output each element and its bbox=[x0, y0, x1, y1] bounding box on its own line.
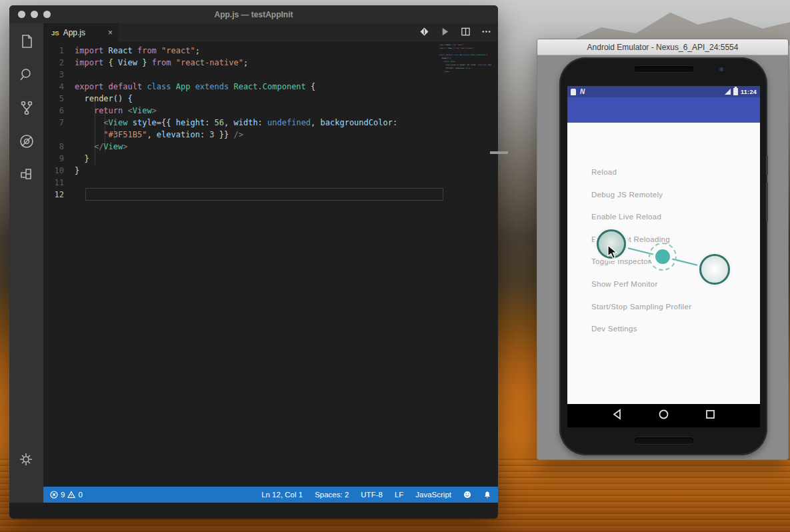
volume-button bbox=[766, 182, 768, 222]
emulator-titlebar[interactable]: Android Emulator - Nexus_6_API_24:5554 bbox=[537, 39, 788, 55]
code-editor[interactable]: 1import React from "react";2import { Vie… bbox=[43, 42, 498, 487]
tab-label: App.js bbox=[63, 28, 104, 37]
error-icon bbox=[50, 491, 58, 499]
code-lines: 1import React from "react";2import { Vie… bbox=[43, 45, 498, 201]
emulator-window: Android Emulator - Nexus_6_API_24:5554 N… bbox=[537, 39, 789, 460]
current-line-highlight bbox=[85, 188, 443, 201]
code-row: 2import { View } from "react-native"; bbox=[43, 57, 498, 69]
language-mode[interactable]: JavaScript bbox=[415, 491, 451, 499]
javascript-file-icon: JS bbox=[51, 29, 59, 37]
problems-warnings[interactable]: 0 bbox=[67, 491, 82, 499]
minimap[interactable]: import React from "react";import { View … bbox=[439, 43, 491, 74]
scrollbar-artifact bbox=[490, 151, 508, 154]
phone-device: N 11:24 Dev SettingsStart/Stop Sampling … bbox=[559, 57, 767, 455]
code-row: } bbox=[439, 73, 491, 74]
tab-appjs[interactable]: JS App.js × bbox=[43, 23, 118, 42]
usb-icon bbox=[571, 89, 576, 95]
status-time: 11:24 bbox=[741, 89, 757, 95]
window-title: App.js — testAppInit bbox=[215, 10, 293, 19]
front-camera bbox=[719, 67, 723, 71]
power-button bbox=[766, 155, 768, 175]
encoding[interactable]: UTF-8 bbox=[361, 491, 383, 499]
signal-icon bbox=[725, 89, 731, 95]
touch-ripple-circle bbox=[699, 254, 730, 285]
emulator-title: Android Emulator - Nexus_6_API_24:5554 bbox=[587, 43, 739, 52]
zoom-window-button[interactable] bbox=[43, 11, 51, 18]
search-icon[interactable] bbox=[18, 66, 35, 83]
dev-menu-item[interactable]: Toggle Inspector bbox=[591, 257, 651, 268]
battery-charging-icon bbox=[733, 88, 738, 95]
run-icon[interactable] bbox=[440, 27, 450, 39]
code-row: 9 } bbox=[43, 153, 498, 165]
notifications-bell-icon[interactable] bbox=[483, 491, 491, 499]
android-status-bar: N 11:24 bbox=[567, 86, 760, 97]
android-n-icon: N bbox=[580, 88, 585, 95]
eol-sequence[interactable]: LF bbox=[395, 491, 403, 499]
recents-icon[interactable] bbox=[705, 409, 716, 423]
traffic-lights bbox=[18, 11, 51, 18]
dev-menu-item[interactable]: Debug JS Remotely bbox=[591, 191, 663, 201]
bottom-speaker bbox=[634, 437, 694, 444]
code-row: 4export default class App extends React.… bbox=[43, 81, 498, 93]
warning-icon bbox=[67, 491, 75, 499]
indentation[interactable]: Spaces: 2 bbox=[315, 491, 349, 499]
code-row: 5 render() { bbox=[43, 93, 498, 105]
activity-bar bbox=[9, 23, 43, 503]
cursor-position[interactable]: Ln 12, Col 1 bbox=[261, 491, 303, 499]
dev-menu-item[interactable]: Reload bbox=[591, 168, 617, 179]
code-row: 1import React from "react"; bbox=[43, 45, 498, 57]
back-icon[interactable] bbox=[611, 409, 623, 423]
touch-dot bbox=[655, 249, 670, 264]
format-diamond-icon[interactable] bbox=[419, 27, 429, 39]
code-row: 11 bbox=[43, 177, 498, 189]
tab-bar: JS App.js × bbox=[43, 23, 498, 42]
minimize-window-button[interactable] bbox=[31, 11, 38, 18]
problems-errors[interactable]: 9 bbox=[50, 491, 65, 499]
app-bar bbox=[567, 97, 760, 123]
code-row: 8 </View> bbox=[43, 141, 498, 153]
dev-menu-item[interactable]: Show Perf Monitor bbox=[591, 280, 658, 291]
source-control-icon[interactable] bbox=[18, 99, 35, 117]
extensions-icon[interactable] bbox=[18, 166, 35, 183]
code-row: 7 <View style={{ height: 56, width: unde… bbox=[43, 117, 498, 129]
code-row: 6 return <View> bbox=[43, 105, 498, 117]
mouse-cursor bbox=[607, 245, 618, 259]
code-row: 10} bbox=[43, 165, 498, 177]
status-bar: 9 0 Ln 12, Col 1 Spaces: 2 UTF-8 LF Java… bbox=[43, 487, 498, 503]
phone-screen[interactable]: N 11:24 Dev SettingsStart/Stop Sampling … bbox=[567, 86, 760, 427]
dev-menu: Dev SettingsStart/Stop Sampling Profiler… bbox=[567, 123, 760, 404]
emulator-body: N 11:24 Dev SettingsStart/Stop Sampling … bbox=[537, 55, 788, 460]
dev-menu-item[interactable]: Dev Settings bbox=[591, 325, 637, 335]
earpiece-speaker bbox=[634, 66, 694, 72]
close-tab-icon[interactable]: × bbox=[108, 28, 113, 37]
split-editor-icon[interactable] bbox=[461, 27, 471, 39]
dev-menu-item[interactable]: Enable Live Reload bbox=[591, 213, 661, 223]
home-icon[interactable] bbox=[658, 409, 669, 423]
more-actions-icon[interactable] bbox=[481, 27, 491, 39]
close-window-button[interactable] bbox=[18, 11, 25, 18]
code-row: 3 bbox=[43, 69, 498, 81]
explorer-icon[interactable] bbox=[18, 33, 35, 50]
settings-gear-icon[interactable] bbox=[17, 451, 35, 468]
dev-menu-item[interactable]: Start/Stop Sampling Profiler bbox=[591, 303, 691, 313]
vscode-window: App.js — testAppInit bbox=[9, 5, 498, 519]
code-row: "#3F51B5", elevation: 3 }} /> bbox=[43, 129, 498, 141]
android-nav-bar bbox=[567, 404, 760, 427]
vscode-titlebar[interactable]: App.js — testAppInit bbox=[9, 5, 498, 23]
feedback-smiley-icon[interactable] bbox=[463, 491, 471, 499]
debug-icon[interactable] bbox=[18, 133, 35, 150]
